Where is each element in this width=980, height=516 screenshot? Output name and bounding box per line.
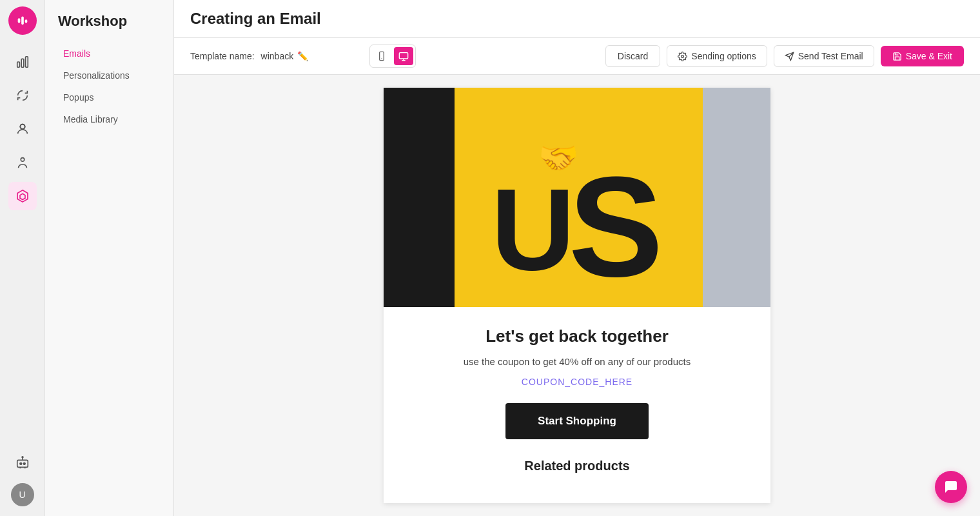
right-wall-panel bbox=[703, 88, 770, 307]
dark-left-panel bbox=[384, 88, 455, 307]
coupon-code: COUPON_CODE_HERE bbox=[409, 377, 745, 387]
related-products-title: Related products bbox=[409, 459, 745, 480]
gear-icon bbox=[678, 52, 687, 61]
svg-rect-2 bbox=[24, 19, 27, 23]
send-icon bbox=[785, 52, 794, 61]
bot-icon-btn[interactable] bbox=[8, 448, 37, 477]
view-toggle bbox=[369, 45, 416, 68]
save-exit-button[interactable]: Save & Exit bbox=[881, 46, 964, 66]
mobile-view-btn[interactable] bbox=[372, 47, 391, 65]
sending-options-button[interactable]: Sending options bbox=[667, 45, 767, 67]
svg-point-18 bbox=[681, 55, 684, 57]
letter-S: S bbox=[569, 167, 663, 288]
discard-button[interactable]: Discard bbox=[605, 45, 660, 67]
start-shopping-button[interactable]: Start Shopping bbox=[505, 403, 649, 439]
sidebar-item-media-library[interactable]: Media Library bbox=[50, 109, 168, 130]
workshop-icon-btn[interactable] bbox=[8, 182, 37, 210]
automations-icon-btn[interactable] bbox=[8, 81, 37, 110]
icon-bar-bottom: U bbox=[8, 448, 37, 516]
logo-button[interactable] bbox=[8, 6, 37, 35]
save-label: Save & Exit bbox=[906, 51, 952, 61]
contacts-icon-btn[interactable] bbox=[8, 115, 37, 143]
user-avatar[interactable]: U bbox=[11, 483, 34, 506]
audience-icon-btn[interactable] bbox=[8, 148, 37, 177]
svg-rect-9 bbox=[17, 460, 28, 467]
save-icon bbox=[892, 52, 902, 61]
email-body: Let's get back together use the coupon t… bbox=[384, 307, 770, 499]
hand-emoji: 🤝 bbox=[538, 139, 578, 177]
sidebar-item-emails[interactable]: Emails bbox=[50, 43, 168, 64]
analytics-icon-btn[interactable] bbox=[8, 48, 37, 76]
icon-nav bbox=[8, 48, 37, 448]
email-headline: Let's get back together bbox=[409, 326, 745, 346]
chat-icon bbox=[943, 479, 959, 495]
svg-rect-5 bbox=[25, 57, 28, 68]
email-preview: U S 🤝 Let's get back together use the co… bbox=[384, 88, 770, 503]
svg-rect-15 bbox=[400, 53, 408, 59]
sidebar-item-personalizations[interactable]: Personalizations bbox=[50, 65, 168, 86]
page-header: Creating an Email bbox=[174, 0, 980, 38]
sidebar-item-popups[interactable]: Popups bbox=[50, 87, 168, 108]
toolbar: Template name: winback ✏️ Discard bbox=[174, 38, 980, 75]
svg-rect-4 bbox=[21, 59, 24, 67]
svg-rect-1 bbox=[21, 17, 24, 25]
hero-image: U S 🤝 bbox=[384, 88, 770, 307]
svg-point-8 bbox=[21, 158, 24, 162]
svg-rect-0 bbox=[17, 18, 20, 23]
template-name-value: winback bbox=[261, 51, 294, 61]
desktop-view-btn[interactable] bbox=[394, 47, 413, 65]
sidebar-nav: Emails Personalizations Popups Media Lib… bbox=[45, 43, 173, 130]
hero-letters: U S bbox=[491, 167, 663, 288]
page-title: Creating an Email bbox=[190, 10, 321, 28]
svg-point-10 bbox=[19, 462, 21, 464]
template-name-area: Template name: winback ✏️ bbox=[190, 51, 360, 61]
sidebar-title: Workshop bbox=[45, 10, 173, 43]
template-name-label: Template name: bbox=[190, 51, 255, 61]
email-hero: U S 🤝 bbox=[384, 88, 770, 307]
content-area: U S 🤝 Let's get back together use the co… bbox=[174, 75, 980, 516]
sending-options-label: Sending options bbox=[691, 51, 756, 61]
svg-point-11 bbox=[23, 462, 25, 464]
chat-support-button[interactable] bbox=[935, 471, 967, 503]
send-test-email-button[interactable]: Send Test Email bbox=[774, 45, 874, 67]
letter-U: U bbox=[491, 172, 575, 288]
send-test-label: Send Test Email bbox=[798, 51, 863, 61]
edit-template-name-icon[interactable]: ✏️ bbox=[297, 51, 308, 61]
toolbar-right: Discard Sending options Send Test Email bbox=[605, 45, 964, 67]
sidebar: Workshop Emails Personalizations Popups … bbox=[45, 0, 174, 516]
icon-bar: U bbox=[0, 0, 45, 516]
main-area: Creating an Email Template name: winback… bbox=[174, 0, 980, 516]
email-subtext: use the coupon to get 40% off on any of … bbox=[409, 356, 745, 367]
svg-rect-3 bbox=[17, 62, 19, 67]
svg-point-7 bbox=[20, 124, 24, 129]
